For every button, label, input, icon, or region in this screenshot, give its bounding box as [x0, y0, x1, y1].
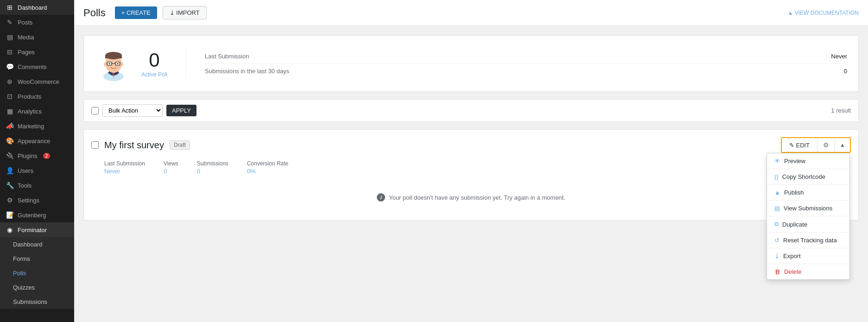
woocommerce-icon: ⊛ — [6, 78, 14, 85]
dashboard-icon: ⊞ — [6, 4, 14, 11]
info-icon: i — [377, 193, 385, 202]
gutenberg-icon: 📝 — [6, 211, 14, 219]
sidebar-item-sub-forms[interactable]: Forms — [0, 252, 74, 266]
last-submission-label: Last Submission — [205, 53, 249, 60]
survey-views-value: 0 — [164, 168, 167, 175]
preview-icon: 👁 — [774, 158, 780, 164]
dropdown-item-reset-tracking[interactable]: ↺Reset Tracking data — [767, 233, 849, 248]
last-submission-row: Last Submission Never — [205, 49, 847, 64]
media-icon: ▤ — [6, 33, 14, 41]
sidebar-label-plugins: Plugins — [18, 152, 38, 159]
dropdown-item-view-submissions[interactable]: ▤View Submissions — [767, 201, 849, 216]
active-poll-label: Active Poll — [141, 71, 167, 78]
main-content: Polls + CREATE ⤓ IMPORT ▲ VIEW DOCUMENTA… — [74, 0, 868, 322]
analytics-icon: ▦ — [6, 107, 14, 115]
sidebar-label-posts: Posts — [18, 19, 33, 26]
sidebar-item-settings[interactable]: ⚙Settings — [0, 193, 74, 208]
create-button[interactable]: + CREATE — [115, 6, 157, 19]
sidebar-label-analytics: Analytics — [18, 108, 42, 115]
survey-submissions-value: 0 — [197, 168, 200, 175]
dropdown-item-preview[interactable]: 👁Preview — [767, 153, 849, 169]
sidebar-item-sub-dashboard[interactable]: Dashboard — [0, 237, 74, 252]
chevron-up-button[interactable]: ▲ — [835, 139, 850, 152]
sidebar-item-users[interactable]: 👤Users — [0, 163, 74, 178]
sidebar-label-products: Products — [18, 93, 41, 100]
forminator-icon: ◉ — [6, 226, 14, 234]
survey-submissions-label: Submissions — [197, 160, 228, 167]
apply-button[interactable]: APPLY — [166, 105, 196, 116]
import-button[interactable]: ⤓ IMPORT — [163, 6, 207, 19]
sidebar-item-woocommerce[interactable]: ⊛WooCommerce — [0, 74, 74, 89]
forminator-submenu: DashboardFormsPollsQuizzesSubmissions — [0, 237, 74, 309]
sidebar-item-marketing[interactable]: 📣Marketing — [0, 119, 74, 133]
submenu-label-sub-forms: Forms — [13, 255, 30, 262]
survey-last-submission: Last Submission Never — [104, 160, 145, 175]
survey-title-area: My first survey Draft — [91, 140, 190, 151]
stats-right: Last Submission Never Submissions in the… — [186, 49, 847, 78]
edit-button[interactable]: ✎ EDIT — [782, 139, 817, 152]
sidebar-nav: ⊞Dashboard✎Posts▤Media⊟Pages💬Comments⊛Wo… — [0, 0, 74, 309]
sidebar-item-sub-polls[interactable]: Polls — [0, 266, 74, 280]
plugins-badge: 2 — [43, 153, 51, 159]
copy-shortcode-icon: {} — [774, 173, 779, 180]
survey-views-label: Views — [164, 160, 178, 167]
comments-icon: 💬 — [6, 63, 14, 70]
sidebar-label-forminator: Forminator — [18, 227, 47, 234]
preview-label: Preview — [784, 158, 805, 164]
sidebar-item-analytics[interactable]: ▦Analytics — [0, 104, 74, 119]
select-all-checkbox[interactable] — [91, 107, 99, 114]
sidebar-item-dashboard[interactable]: ⊞Dashboard — [0, 0, 74, 15]
sidebar-item-sub-submissions[interactable]: Submissions — [0, 295, 74, 309]
sidebar-label-users: Users — [18, 167, 33, 174]
sidebar-label-pages: Pages — [18, 49, 35, 56]
toolbar: Bulk Action APPLY 1 result — [83, 99, 859, 122]
survey-title: My first survey — [104, 140, 164, 151]
active-poll-count: 0 Active Poll — [141, 49, 167, 78]
users-icon: 👤 — [6, 167, 14, 174]
sidebar-item-gutenberg[interactable]: 📝Gutenberg — [0, 208, 74, 222]
sidebar-item-media[interactable]: ▤Media — [0, 30, 74, 44]
duplicate-label: Duplicate — [782, 221, 807, 228]
empty-state: i Your poll doesn't have any submission … — [84, 175, 858, 220]
dropdown-item-export[interactable]: ⤓Export — [767, 248, 849, 264]
settings-icon: ⚙ — [6, 196, 14, 204]
sidebar-item-pages[interactable]: ⊟Pages — [0, 44, 74, 59]
dropdown-item-copy-shortcode[interactable]: {}Copy Shortcode — [767, 169, 849, 185]
sidebar-label-settings: Settings — [18, 197, 39, 204]
sidebar-label-gutenberg: Gutenberg — [18, 212, 46, 219]
view-submissions-icon: ▤ — [774, 205, 780, 212]
sidebar-item-forminator[interactable]: ◉Forminator — [0, 222, 74, 237]
marketing-icon: 📣 — [6, 122, 14, 130]
sidebar-item-comments[interactable]: 💬Comments — [0, 59, 74, 74]
gear-button[interactable]: ⚙ — [817, 138, 835, 152]
survey-checkbox[interactable] — [91, 141, 99, 149]
topbar: Polls + CREATE ⤓ IMPORT ▲ VIEW DOCUMENTA… — [74, 0, 868, 26]
duplicate-icon: ⧉ — [774, 221, 779, 228]
bulk-action-select[interactable]: Bulk Action — [102, 104, 163, 117]
sidebar-label-woocommerce: WooCommerce — [18, 78, 59, 85]
view-docs-button[interactable]: ▲ VIEW DOCUMENTATION — [788, 10, 859, 16]
publish-icon: ▲ — [774, 189, 780, 196]
dropdown-item-delete[interactable]: 🗑Delete — [767, 264, 849, 279]
submenu-label-sub-quizzes: Quizzes — [13, 284, 35, 291]
products-icon: ⊡ — [6, 93, 14, 100]
sidebar: ⊞Dashboard✎Posts▤Media⊟Pages💬Comments⊛Wo… — [0, 0, 74, 322]
sidebar-item-posts[interactable]: ✎Posts — [0, 15, 74, 30]
sidebar-item-products[interactable]: ⊡Products — [0, 89, 74, 104]
survey-last-submission-value: Never — [104, 168, 120, 175]
page-title: Polls — [83, 7, 106, 19]
avatar — [95, 45, 132, 82]
dropdown-item-publish[interactable]: ▲Publish — [767, 185, 849, 201]
sidebar-label-appearance: Appearance — [18, 138, 50, 145]
view-submissions-label: View Submissions — [784, 205, 832, 212]
sidebar-item-tools[interactable]: 🔧Tools — [0, 178, 74, 193]
dropdown-item-duplicate[interactable]: ⧉Duplicate — [767, 216, 849, 233]
sidebar-item-plugins[interactable]: 🔌Plugins2 — [0, 148, 74, 163]
submissions-30-label: Submissions in the last 30 days — [205, 68, 289, 75]
survey-stats: Last Submission Never Views 0 Submission… — [84, 153, 858, 175]
sidebar-item-appearance[interactable]: 🎨Appearance — [0, 133, 74, 148]
avatar-area: 0 Active Poll — [95, 45, 167, 82]
sidebar-item-sub-quizzes[interactable]: Quizzes — [0, 280, 74, 295]
survey-views: Views 0 — [164, 160, 178, 175]
content-area: 0 Active Poll Last Submission Never Subm… — [74, 26, 868, 322]
